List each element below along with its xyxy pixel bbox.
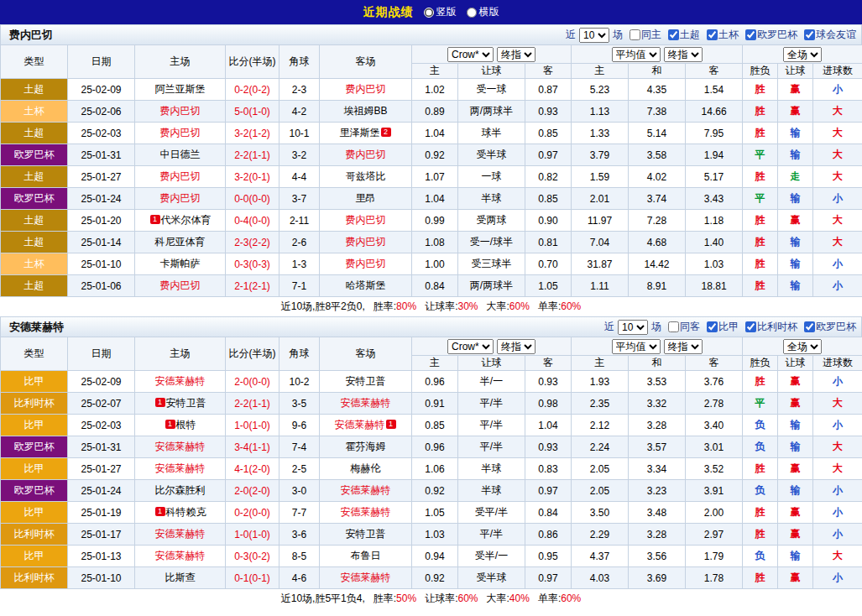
- away-team[interactable]: 布鲁日: [351, 550, 381, 561]
- away-team[interactable]: 安德莱赫特: [341, 484, 391, 496]
- league-checkbox-1[interactable]: 土超: [668, 28, 700, 42]
- avg-source-select[interactable]: 终指: [664, 47, 703, 62]
- result-handicap: 输: [778, 415, 813, 436]
- home-team[interactable]: 卡斯帕萨: [160, 258, 201, 269]
- filter-controls: 近10场同客比甲比利时杯欧罗巴杯: [604, 320, 856, 335]
- away-team[interactable]: 费内巴切: [346, 258, 386, 269]
- same-venue-checkbox-input[interactable]: [630, 29, 640, 40]
- avg-away: 18.81: [686, 275, 743, 297]
- same-venue-checkbox-input[interactable]: [668, 321, 679, 332]
- home-team[interactable]: 中日德兰: [160, 149, 201, 160]
- match-row: 欧罗巴杯25-01-31安德莱赫特3-4(1-1)7-4霍芬海姆0.96平/半0…: [1, 436, 862, 458]
- col-header: 主场: [135, 45, 226, 79]
- odds-home: 1.04: [412, 188, 458, 210]
- home-team[interactable]: 阿兰亚斯堡: [155, 83, 206, 95]
- away-team[interactable]: 里泽斯堡2: [340, 127, 392, 138]
- away-team-name: 安德莱赫特: [341, 397, 391, 409]
- same-venue-checkbox[interactable]: 同主: [630, 28, 661, 42]
- layout-horizontal-option[interactable]: 横版: [467, 5, 499, 19]
- home-team[interactable]: 费内巴切: [160, 279, 201, 291]
- home-team[interactable]: 安德莱赫特: [155, 462, 206, 474]
- recent-count-select[interactable]: 10: [618, 320, 648, 335]
- result-handicap: 赢: [778, 393, 813, 415]
- away-team[interactable]: 费内巴切: [346, 149, 386, 160]
- away-team[interactable]: 霍芬海姆: [346, 441, 386, 452]
- avg-draw: 7.38: [629, 101, 686, 123]
- odds-source-select[interactable]: 终指: [497, 339, 535, 354]
- home-team[interactable]: 费内巴切: [160, 192, 201, 204]
- away-team[interactable]: 哈塔斯堡: [346, 279, 386, 291]
- home-team[interactable]: 比斯查: [165, 572, 196, 583]
- result-outcome: 胜: [743, 253, 778, 275]
- league-checkbox-3[interactable]: 欧罗巴杯: [745, 28, 797, 42]
- same-venue-checkbox[interactable]: 同客: [668, 320, 700, 334]
- league-checkbox-3-input[interactable]: [804, 321, 815, 332]
- home-team[interactable]: 安德莱赫特: [155, 550, 206, 561]
- home-team[interactable]: 安德莱赫特: [155, 441, 206, 452]
- away-team[interactable]: 费内巴切: [346, 83, 386, 95]
- result-outcome: 胜: [743, 123, 778, 144]
- league-checkbox-2-input[interactable]: [707, 29, 718, 40]
- away-team[interactable]: 里昂: [356, 192, 376, 204]
- avg-source-select[interactable]: 平均值: [612, 339, 661, 354]
- home-team[interactable]: 费内巴切: [160, 127, 201, 138]
- odds-source-select[interactable]: 终指: [497, 47, 535, 62]
- away-team[interactable]: 费内巴切: [346, 214, 386, 226]
- date-cell: 25-01-24: [68, 188, 135, 210]
- recent-count-select[interactable]: 10: [579, 28, 609, 43]
- away-team[interactable]: 安特卫普: [346, 528, 386, 540]
- away-team[interactable]: 埃祖姆BB: [343, 105, 387, 117]
- avg-away: 3.40: [686, 415, 743, 436]
- away-team[interactable]: 安德莱赫特1: [335, 419, 397, 431]
- league-checkbox-1-input[interactable]: [707, 321, 718, 332]
- home-team[interactable]: 1代米尔体育: [149, 214, 212, 226]
- odds-home: 1.04: [412, 123, 458, 144]
- avg-source-select[interactable]: 平均值: [612, 47, 661, 62]
- home-team[interactable]: 1安特卫普: [154, 397, 206, 409]
- sub-col-header: 客: [525, 64, 572, 79]
- section-bar-1: 费内巴切近10场同主土超土杯欧罗巴杯球会友谊: [0, 24, 862, 44]
- league-checkbox-2[interactable]: 比利时杯: [745, 320, 797, 334]
- home-team[interactable]: 比尔森胜利: [155, 484, 206, 496]
- corners-cell: 10-1: [279, 123, 320, 144]
- result-handicap: 赢: [778, 101, 813, 123]
- league-checkbox-1-input[interactable]: [668, 29, 679, 40]
- home-team[interactable]: 1根特: [165, 419, 196, 431]
- odds-home: 1.07: [412, 166, 458, 188]
- league-checkbox-2[interactable]: 土杯: [707, 28, 739, 42]
- near-label: 近: [566, 28, 576, 42]
- sub-col-header: 胜负: [743, 356, 778, 371]
- league-checkbox-3-input[interactable]: [745, 29, 756, 40]
- away-team[interactable]: 安德莱赫特: [341, 506, 391, 518]
- league-checkbox-4-input[interactable]: [804, 29, 815, 40]
- avg-source-select[interactable]: 终指: [664, 339, 703, 354]
- league-checkbox-2-input[interactable]: [745, 321, 756, 332]
- league-checkbox-1[interactable]: 比甲: [707, 320, 739, 334]
- avg-draw: 8.91: [629, 275, 686, 297]
- scope-select[interactable]: 全场: [783, 47, 822, 62]
- home-team[interactable]: 安德莱赫特: [155, 528, 206, 540]
- layout-vertical-radio[interactable]: [424, 8, 434, 18]
- away-team[interactable]: 安德莱赫特: [341, 397, 391, 409]
- stat-label: 大率:: [487, 300, 509, 312]
- scope-select[interactable]: 全场: [783, 339, 822, 354]
- avg-draw: 5.14: [629, 123, 686, 144]
- odds-source-select[interactable]: Crow*: [447, 47, 494, 62]
- home-team[interactable]: 安德莱赫特: [155, 375, 206, 387]
- home-team[interactable]: 1科特赖克: [154, 506, 206, 518]
- odds-source-select[interactable]: Crow*: [447, 339, 494, 354]
- home-team[interactable]: 费内巴切: [160, 105, 201, 117]
- league-checkbox-3[interactable]: 欧罗巴杯: [804, 320, 856, 334]
- away-team[interactable]: 梅赫伦: [351, 462, 381, 474]
- away-team[interactable]: 安特卫普: [346, 375, 386, 387]
- layout-vertical-option[interactable]: 竖版: [424, 5, 457, 19]
- away-team[interactable]: 安德莱赫特: [341, 572, 391, 583]
- rank-badge: 1: [386, 420, 396, 429]
- home-team[interactable]: 科尼亚体育: [155, 236, 206, 248]
- layout-horizontal-radio[interactable]: [467, 8, 477, 18]
- avg-away: 3.52: [686, 458, 743, 480]
- away-team[interactable]: 哥兹塔比: [346, 170, 386, 182]
- league-checkbox-4[interactable]: 球会友谊: [804, 28, 856, 42]
- away-team[interactable]: 费内巴切: [346, 236, 386, 248]
- home-team[interactable]: 费内巴切: [160, 170, 201, 182]
